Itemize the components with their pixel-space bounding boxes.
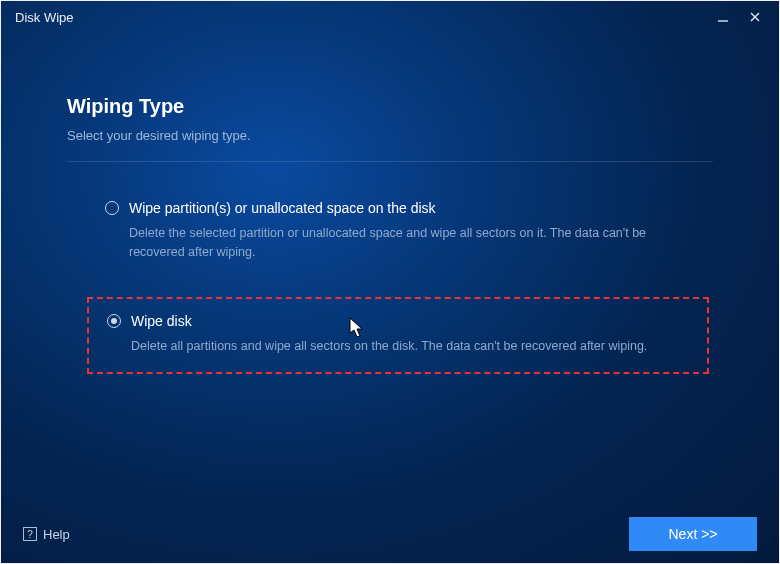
next-button[interactable]: Next >> <box>629 517 757 551</box>
close-button[interactable] <box>739 3 771 31</box>
titlebar: Disk Wipe <box>1 1 779 33</box>
dialog-window: Disk Wipe Wiping Type Select your desire… <box>1 1 779 563</box>
option-wipe-disk[interactable]: Wipe disk Delete all partitions and wipe… <box>87 297 709 374</box>
help-link[interactable]: ? Help <box>23 527 70 542</box>
radio-checked-icon[interactable] <box>107 314 121 328</box>
page-subtitle: Select your desired wiping type. <box>67 128 713 143</box>
option-description: Delete all partitions and wipe all secto… <box>131 337 689 356</box>
footer: ? Help Next >> <box>1 505 779 563</box>
minimize-button[interactable] <box>707 3 739 31</box>
divider <box>67 161 713 162</box>
option-label: Wipe disk <box>131 313 192 329</box>
option-wipe-partition[interactable]: Wipe partition(s) or unallocated space o… <box>87 186 709 279</box>
content-area: Wiping Type Select your desired wiping t… <box>1 33 779 505</box>
radio-unchecked-icon[interactable] <box>105 201 119 215</box>
help-label: Help <box>43 527 70 542</box>
window-title: Disk Wipe <box>15 10 707 25</box>
option-description: Delete the selected partition or unalloc… <box>129 224 691 263</box>
help-icon: ? <box>23 527 37 541</box>
option-header: Wipe partition(s) or unallocated space o… <box>105 200 691 216</box>
page-title: Wiping Type <box>67 95 713 118</box>
option-label: Wipe partition(s) or unallocated space o… <box>129 200 436 216</box>
option-header: Wipe disk <box>107 313 689 329</box>
